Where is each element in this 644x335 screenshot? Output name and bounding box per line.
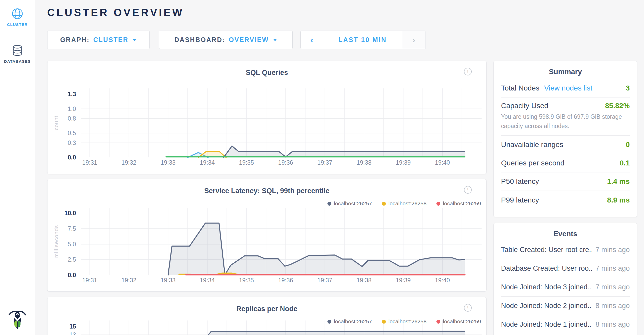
sql-queries-panel: SQL Queries ! count 0.00.30.50.81.01.319… xyxy=(47,61,487,174)
service-latency-panel: Service Latency: SQL, 99th percentile ! … xyxy=(47,179,487,292)
graph-dropdown-value: CLUSTER xyxy=(93,36,129,44)
globe-icon xyxy=(11,8,23,20)
dashboard-dropdown-value: OVERVIEW xyxy=(229,36,269,44)
svg-text:7.5: 7.5 xyxy=(68,225,76,232)
svg-text:19:36: 19:36 xyxy=(278,159,293,166)
info-icon[interactable]: ! xyxy=(464,186,472,194)
svg-text:19:32: 19:32 xyxy=(121,159,136,166)
chevron-down-icon xyxy=(133,39,137,41)
time-prev-button[interactable]: ‹ xyxy=(301,31,323,49)
capacity-used-value: 85.82% xyxy=(605,102,630,110)
sidebar-item-label: DATABASES xyxy=(0,59,35,64)
legend-dot-icon xyxy=(382,320,386,324)
svg-text:19:37: 19:37 xyxy=(317,159,332,166)
time-range-button[interactable]: LAST 10 MIN xyxy=(323,31,402,49)
svg-text:1.0: 1.0 xyxy=(68,106,76,112)
svg-text:19:34: 19:34 xyxy=(200,159,215,166)
y-axis-unit-label: count xyxy=(53,116,59,130)
sidebar: CLUSTER DATABASES xyxy=(0,0,35,335)
events-panel: Events Table Created: User root cre... 7… xyxy=(494,223,637,335)
p50-latency-value: 1.4 ms xyxy=(607,177,630,186)
svg-text:19:39: 19:39 xyxy=(396,277,411,284)
summary-row-p99-latency: P99 latency 8.9 ms xyxy=(501,191,630,209)
chart-legend: localhost:26257localhost:26258localhost:… xyxy=(327,200,481,207)
event-time: 8 mins ago xyxy=(595,302,630,310)
legend-dot-icon xyxy=(327,202,331,206)
svg-text:0.8: 0.8 xyxy=(68,115,76,122)
svg-text:19:31: 19:31 xyxy=(82,277,97,284)
replicas-per-node-panel: Replicas per Node ! localhost:26257local… xyxy=(47,297,487,335)
unavailable-ranges-value: 0 xyxy=(626,141,630,149)
info-icon[interactable]: ! xyxy=(464,68,472,75)
svg-text:19:39: 19:39 xyxy=(396,159,411,166)
svg-text:19:33: 19:33 xyxy=(161,277,176,284)
svg-text:10.0: 10.0 xyxy=(64,210,76,217)
svg-text:19:40: 19:40 xyxy=(435,277,450,284)
event-row: Node Joined: Node 1 joined... 8 mins ago xyxy=(501,315,630,334)
svg-text:15: 15 xyxy=(69,323,76,330)
legend-dot-icon xyxy=(327,320,331,324)
chart-legend: localhost:26257localhost:26258localhost:… xyxy=(327,318,481,325)
summary-row-capacity: Capacity Used 85.82% You are using 598.9… xyxy=(501,97,630,136)
svg-text:5.0: 5.0 xyxy=(68,241,76,248)
sidebar-item-cluster[interactable]: CLUSTER xyxy=(0,8,35,27)
summary-row-unavailable-ranges: Unavailable ranges 0 xyxy=(501,136,630,154)
p99-latency-label: P99 latency xyxy=(501,196,539,204)
svg-text:0.0: 0.0 xyxy=(68,272,76,278)
event-row: Table Created: User root cre... 7 mins a… xyxy=(501,241,630,259)
graph-dropdown-label: GRAPH: xyxy=(60,36,90,44)
p99-latency-value: 8.9 ms xyxy=(607,196,630,204)
event-row: Database Created: User roo... 7 mins ago xyxy=(501,259,630,278)
svg-text:19:37: 19:37 xyxy=(317,277,332,284)
chart-title: Replicas per Node xyxy=(47,305,486,313)
event-time: 7 mins ago xyxy=(595,283,630,291)
replicas-per-node-chart[interactable]: 131519:3119:3219:3319:3419:3519:3619:371… xyxy=(47,297,487,335)
svg-text:19:34: 19:34 xyxy=(200,277,215,284)
legend-item: localhost:26258 xyxy=(382,200,427,207)
svg-text:0.0: 0.0 xyxy=(68,154,76,161)
legend-item: localhost:26258 xyxy=(382,318,427,325)
chevron-down-icon xyxy=(273,39,277,41)
summary-row-queries-per-second: Queries per second 0.1 xyxy=(501,154,630,172)
sql-queries-chart[interactable]: 0.00.30.50.81.01.319:3119:3219:3319:3419… xyxy=(47,61,487,174)
p50-latency-label: P50 latency xyxy=(501,177,539,186)
capacity-used-label: Capacity Used xyxy=(501,102,548,110)
legend-item: localhost:26257 xyxy=(327,318,372,325)
svg-text:2.5: 2.5 xyxy=(68,256,76,263)
event-row: Node Joined: Node 2 joined... 8 mins ago xyxy=(501,297,630,315)
service-latency-chart[interactable]: 0.02.55.07.510.019:3119:3219:3319:3419:3… xyxy=(47,179,487,291)
legend-dot-icon xyxy=(382,202,386,206)
event-text: Node Joined: Node 2 joined... xyxy=(501,302,592,310)
queries-per-second-label: Queries per second xyxy=(501,159,564,167)
y-axis-unit-label: milliseconds xyxy=(53,225,59,258)
time-next-button[interactable]: › xyxy=(402,31,426,49)
summary-row-p50-latency: P50 latency 1.4 ms xyxy=(501,172,630,191)
event-text: Table Created: User root cre... xyxy=(501,246,592,254)
cockroachdb-logo xyxy=(0,309,35,331)
dashboard-dropdown[interactable]: DASHBOARD: OVERVIEW xyxy=(159,31,293,49)
legend-item: localhost:26257 xyxy=(327,200,372,207)
chart-title: Service Latency: SQL, 99th percentile xyxy=(47,187,486,195)
summary-panel: Summary Total NodesView nodes list 3 Cap… xyxy=(494,61,637,217)
queries-per-second-value: 0.1 xyxy=(620,159,630,167)
view-nodes-list-link[interactable]: View nodes list xyxy=(544,84,592,92)
svg-text:19:35: 19:35 xyxy=(239,277,254,284)
event-text: Node Joined: Node 3 joined... xyxy=(501,283,592,291)
chart-title: SQL Queries xyxy=(47,69,486,77)
svg-text:0.3: 0.3 xyxy=(68,139,76,146)
events-title: Events xyxy=(501,230,630,238)
time-range-picker: ‹ LAST 10 MIN › xyxy=(300,31,426,49)
svg-text:13: 13 xyxy=(69,331,76,335)
svg-text:19:38: 19:38 xyxy=(357,277,372,284)
graph-dropdown[interactable]: GRAPH: CLUSTER xyxy=(47,31,150,49)
database-icon xyxy=(12,45,23,57)
dashboard-dropdown-label: DASHBOARD: xyxy=(174,36,225,44)
legend-item: localhost:26259 xyxy=(436,200,481,207)
legend-item: localhost:26259 xyxy=(436,318,481,325)
sidebar-item-databases[interactable]: DATABASES xyxy=(0,45,35,64)
info-icon[interactable]: ! xyxy=(464,304,472,312)
total-nodes-label: Total Nodes xyxy=(501,84,539,92)
svg-text:19:32: 19:32 xyxy=(121,277,136,284)
unavailable-ranges-label: Unavailable ranges xyxy=(501,141,563,149)
svg-text:0.5: 0.5 xyxy=(68,130,76,136)
